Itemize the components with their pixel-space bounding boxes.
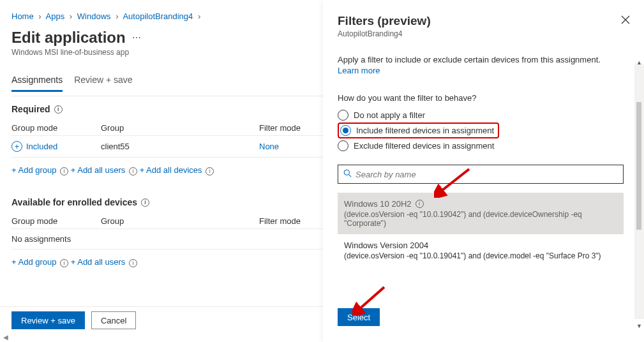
chevron-right-icon: › (70, 11, 72, 21)
group-cell: client55 (101, 142, 259, 151)
radio-icon (338, 110, 348, 121)
filter-rule: (device.osVersion -eq "10.0.19042") and … (344, 210, 617, 228)
breadcrumb: Home › Apps › Windows › AutopilotBrandin… (11, 11, 323, 21)
radio-do-not-apply[interactable]: Do not apply a filter (338, 108, 624, 123)
included-badge[interactable]: + Included (11, 141, 101, 152)
scroll-up-icon[interactable]: ▲ (636, 59, 643, 66)
add-group-link[interactable]: + Add group (11, 165, 56, 175)
add-group-link[interactable]: + Add group (11, 257, 56, 267)
svg-point-0 (344, 170, 349, 175)
radio-label: Do not apply a filter (354, 110, 425, 120)
more-menu-icon[interactable]: ⋯ (132, 33, 142, 43)
info-icon[interactable]: i (60, 259, 68, 267)
radio-include[interactable]: Include filtered devices in assignment (338, 123, 499, 138)
radio-question: How do you want the filter to behave? (338, 93, 624, 103)
info-icon[interactable]: i (54, 105, 63, 114)
filter-item-selected[interactable]: Windows 10 20H2 i (device.osVersion -eq … (338, 193, 624, 234)
col-group: Group (101, 123, 259, 133)
col-filter-mode: Filter mode (259, 216, 323, 226)
info-icon[interactable]: i (60, 167, 68, 175)
page-title: Edit application (11, 29, 126, 47)
tab-review[interactable]: Review + save (74, 71, 132, 92)
required-grid-header: Group mode Group Filter mode (11, 119, 323, 135)
col-group-mode: Group mode (11, 123, 101, 133)
chevron-right-icon: › (38, 11, 41, 21)
required-heading: Required i (11, 96, 323, 119)
tab-bar: Assignments Review + save (11, 71, 323, 92)
info-icon[interactable]: i (141, 198, 149, 207)
table-row: + Included client55 None (11, 135, 323, 158)
cancel-button[interactable]: Cancel (91, 311, 136, 329)
filter-list: Windows 10 20H2 i (device.osVersion -eq … (338, 193, 624, 267)
add-all-devices-link[interactable]: + Add all devices (140, 165, 202, 175)
info-icon[interactable]: i (129, 259, 137, 267)
available-grid-header: Group mode Group Filter mode (11, 212, 323, 228)
filters-panel: Filters (preview) AutopilotBranding4 App… (323, 0, 644, 342)
crumb-windows[interactable]: Windows (77, 11, 111, 21)
radio-exclude[interactable]: Exclude filtered devices in assignment (338, 138, 624, 153)
filter-item[interactable]: Windows Version 2004 (device.osVersion -… (338, 234, 624, 267)
no-assignments-text: No assignments (11, 228, 323, 249)
scrollbar-thumb[interactable] (636, 102, 641, 230)
chevron-right-icon: › (116, 11, 118, 21)
available-actions: + Add group i + Add all users i (11, 249, 323, 281)
info-icon[interactable]: i (206, 167, 214, 175)
scroll-left-icon[interactable]: ◀ (3, 334, 8, 341)
add-all-users-link[interactable]: + Add all users (71, 257, 126, 267)
tab-assignments[interactable]: Assignments (11, 71, 63, 92)
available-heading: Available for enrolled devices i (11, 190, 323, 212)
info-icon[interactable]: i (416, 200, 424, 208)
search-input[interactable] (338, 165, 624, 184)
plus-circle-icon: + (11, 141, 22, 152)
chevron-right-icon: › (198, 11, 200, 21)
page-subtitle: Windows MSI line-of-business app (11, 48, 323, 57)
filter-name: Windows Version 2004 (344, 241, 428, 250)
radio-icon (338, 140, 348, 151)
radio-icon (340, 125, 351, 136)
crumb-app[interactable]: AutopilotBranding4 (123, 11, 193, 21)
svg-line-1 (349, 175, 352, 177)
col-filter-mode: Filter mode (259, 123, 323, 133)
radio-group: How do you want the filter to behave? Do… (338, 93, 624, 153)
select-button[interactable]: Select (338, 308, 380, 326)
learn-more-link[interactable]: Learn more (338, 66, 380, 75)
crumb-apps[interactable]: Apps (46, 11, 65, 21)
panel-subtitle: AutopilotBranding4 (338, 29, 630, 38)
col-group-mode: Group mode (11, 216, 101, 226)
add-all-users-link[interactable]: + Add all users (71, 165, 126, 175)
filter-mode-link[interactable]: None (259, 142, 323, 151)
crumb-home[interactable]: Home (11, 11, 34, 21)
col-group: Group (101, 216, 259, 226)
search-icon (343, 169, 352, 179)
required-actions: + Add group i + Add all users i + Add al… (11, 158, 323, 190)
panel-description: Apply a filter to include or exclude cer… (338, 55, 630, 64)
filter-rule: (device.osVersion -eq "10.0.19041") and … (344, 251, 617, 260)
footer-bar: Review + save Cancel (11, 311, 136, 329)
info-icon[interactable]: i (129, 167, 137, 175)
review-save-button[interactable]: Review + save (11, 311, 85, 329)
close-icon[interactable] (621, 15, 630, 26)
search-field[interactable] (356, 170, 618, 179)
radio-label: Exclude filtered devices in assignment (354, 141, 494, 151)
scroll-down-icon[interactable]: ▼ (636, 322, 643, 329)
radio-label: Include filtered devices in assignment (356, 126, 494, 135)
filter-name: Windows 10 20H2 (344, 199, 412, 209)
divider (0, 306, 323, 307)
panel-title: Filters (preview) (338, 14, 630, 28)
